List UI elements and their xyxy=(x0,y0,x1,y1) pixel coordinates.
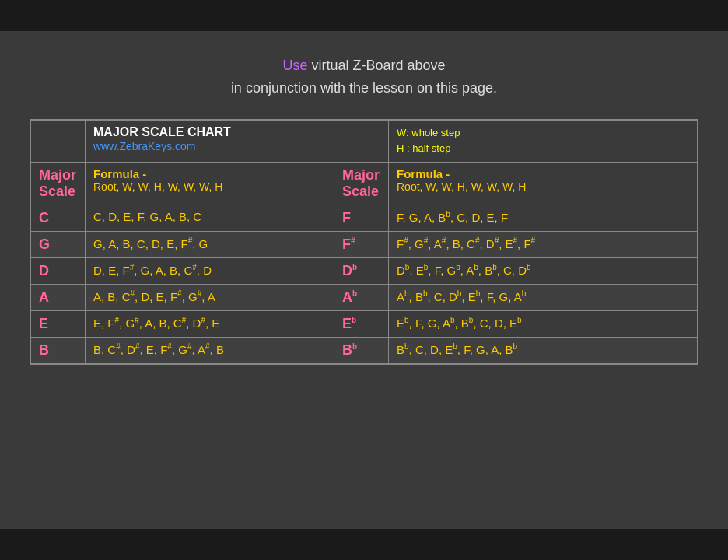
header-empty-right xyxy=(334,120,389,163)
notes-Bb: Bb, C, D, Eb, F, G, A, Bb xyxy=(389,338,698,364)
key-A: A xyxy=(31,285,86,311)
key-C: C xyxy=(31,205,86,232)
legend-cell: W: whole step H : half step xyxy=(389,120,698,163)
notes-Fsharp: F#, G#, A#, B, C#, D#, E#, F# xyxy=(389,232,698,258)
notes-E: E, F#, G#, A, B, C#, D#, E xyxy=(86,311,334,338)
key-G: G xyxy=(31,232,86,258)
legend-line1: W: whole step xyxy=(397,125,689,142)
scale-chart: MAJOR SCALE CHART www.ZebraKeys.com W: w… xyxy=(30,120,698,365)
key-Ab: Ab xyxy=(334,285,389,311)
notes-F: F, G, A, Bb, C, D, E, F xyxy=(389,205,698,232)
formula-major-scale-left: Major Scale xyxy=(31,163,86,205)
formula-major-scale-right: Major Scale xyxy=(334,163,389,205)
formula-left: Formula - Root, W, W, H, W, W, W, H xyxy=(86,163,334,205)
table-row: D D, E, F#, G, A, B, C#, D Db Db, Eb, F,… xyxy=(31,258,698,285)
formula-row: Major Scale Formula - Root, W, W, H, W, … xyxy=(31,163,698,205)
bottom-bar xyxy=(0,529,728,560)
key-Fsharp: F# xyxy=(334,232,389,258)
header-row: MAJOR SCALE CHART www.ZebraKeys.com W: w… xyxy=(31,120,698,163)
key-D: D xyxy=(31,258,86,285)
notes-Ab: Ab, Bb, C, Db, Eb, F, G, Ab xyxy=(389,285,698,311)
key-B: B xyxy=(31,338,86,364)
notes-Db: Db, Eb, F, Gb, Ab, Bb, C, Db xyxy=(389,258,698,285)
key-Eb: Eb xyxy=(334,311,389,338)
notes-A: A, B, C#, D, E, F#, G#, A xyxy=(86,285,334,311)
key-E: E xyxy=(31,311,86,338)
table-row: E E, F#, G#, A, B, C#, D#, E Eb Eb, F, G… xyxy=(31,311,698,338)
key-Db: Db xyxy=(334,258,389,285)
table-row: B B, C#, D#, E, F#, G#, A#, B Bb Bb, C, … xyxy=(31,338,698,364)
key-Bb: Bb xyxy=(334,338,389,364)
table-row: A A, B, C#, D, E, F#, G#, A Ab Ab, Bb, C… xyxy=(31,285,698,311)
formula-right: Formula - Root, W, W, H, W, W, W, H xyxy=(389,163,698,205)
notes-C: C, D, E, F, G, A, B, C xyxy=(86,205,334,232)
key-F: F xyxy=(334,205,389,232)
notes-D: D, E, F#, G, A, B, C#, D xyxy=(86,258,334,285)
chart-title: MAJOR SCALE CHART xyxy=(93,125,326,139)
chart-link[interactable]: www.ZebraKeys.com xyxy=(93,140,195,152)
legend-line2: H : half step xyxy=(397,141,689,157)
chart-container: MAJOR SCALE CHART www.ZebraKeys.com W: w… xyxy=(30,119,698,366)
table-row: C C, D, E, F, G, A, B, C F F, G, A, Bb, … xyxy=(31,205,698,232)
instruction-text: Use virtual Z-Board above in conjunction… xyxy=(231,54,497,100)
use-word: Use xyxy=(282,58,307,73)
top-bar xyxy=(0,0,728,31)
header-empty-left xyxy=(31,120,86,163)
table-row: G G, A, B, C, D, E, F#, G F# F#, G#, A#,… xyxy=(31,232,698,258)
chart-title-cell: MAJOR SCALE CHART www.ZebraKeys.com xyxy=(86,120,334,163)
notes-B: B, C#, D#, E, F#, G#, A#, B xyxy=(86,338,334,364)
notes-G: G, A, B, C, D, E, F#, G xyxy=(86,232,334,258)
notes-Eb: Eb, F, G, Ab, Bb, C, D, Eb xyxy=(389,311,698,338)
